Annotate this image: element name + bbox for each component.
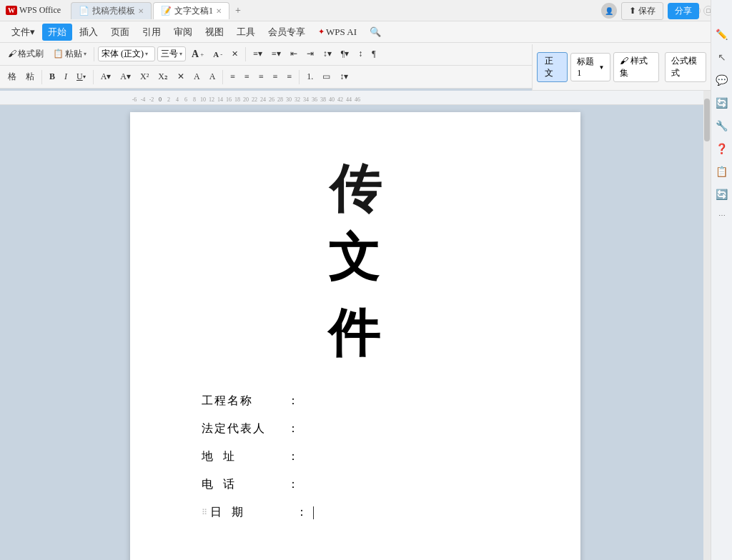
- app-logo: W WPS Office: [6, 5, 61, 16]
- formula-mode-btn[interactable]: 公式模式: [665, 52, 707, 82]
- paragraph-btn[interactable]: ¶▾: [337, 47, 352, 61]
- menu-tools[interactable]: 工具: [231, 24, 261, 41]
- sidebar-more-icon[interactable]: ⋯: [718, 211, 726, 219]
- highlight-btn[interactable]: ✕: [174, 70, 188, 84]
- share-label: 分享: [675, 5, 692, 17]
- sidebar-sync-icon[interactable]: 🔄: [713, 94, 731, 111]
- list-btn2[interactable]: ≡▾: [268, 47, 285, 61]
- titlebar: W WPS Office 📄 找稿壳模板 ✕ 📝 文字文稿1 ✕ + 👤 ⬆ 保…: [0, 0, 732, 21]
- align-right-btn[interactable]: ≡: [255, 70, 267, 84]
- menu-start[interactable]: 开始: [42, 24, 72, 41]
- style-clear-btn[interactable]: 格: [4, 69, 20, 84]
- page-container[interactable]: 传 文 件 工程名称 ： 法定代表人 ：: [0, 105, 711, 560]
- field-label-date: 日期: [210, 505, 296, 520]
- font-decrease-icon: A: [213, 50, 219, 59]
- distribute-icon: ≡: [287, 71, 292, 82]
- field-row-project: 工程名称 ：: [202, 394, 523, 409]
- ruler-mark: 40: [327, 96, 336, 103]
- char-shading-btn[interactable]: A: [190, 70, 204, 84]
- style-heading1-btn[interactable]: 标题 1 ▼: [570, 53, 610, 81]
- save-button[interactable]: ⬆ 保存: [621, 2, 663, 20]
- tab-template[interactable]: 📄 找稿壳模板 ✕: [71, 2, 152, 19]
- menu-insert[interactable]: 插入: [74, 24, 104, 41]
- field-label-legal-rep: 法定代表人: [202, 421, 287, 436]
- font-increase-btn[interactable]: A+: [188, 47, 207, 61]
- ruler-mark: -2: [147, 96, 156, 103]
- scrollbar[interactable]: [703, 91, 711, 560]
- italic-btn[interactable]: I: [61, 70, 71, 84]
- list-btn1[interactable]: ≡▾: [249, 47, 266, 61]
- template-tab-close[interactable]: ✕: [138, 7, 144, 15]
- sidebar-comment-icon[interactable]: 💬: [713, 71, 731, 89]
- strikethrough-btn[interactable]: A▾: [97, 70, 115, 84]
- styles-set-btn[interactable]: 🖌 样式集: [613, 52, 658, 82]
- menu-review[interactable]: 审阅: [168, 24, 198, 41]
- align-left-btn[interactable]: ≡: [227, 70, 239, 84]
- menu-ref[interactable]: 引用: [137, 24, 167, 41]
- align-justify-btn[interactable]: ≡: [269, 70, 282, 84]
- tab-doc1[interactable]: 📝 文字文稿1 ✕: [153, 2, 229, 19]
- ruler-mark: 4: [173, 96, 182, 103]
- sidebar-help-icon[interactable]: ❓: [713, 140, 731, 157]
- distribute-btn[interactable]: ≡: [283, 70, 295, 84]
- align-center-btn[interactable]: ≡: [241, 70, 253, 84]
- sidebar-refresh-icon[interactable]: 🔄: [713, 186, 731, 203]
- char-border-btn[interactable]: A: [206, 70, 219, 84]
- menu-search[interactable]: 🔍: [364, 24, 387, 40]
- search-icon: 🔍: [370, 26, 381, 37]
- sidebar-clipboard-icon[interactable]: 📋: [713, 163, 731, 180]
- share-button[interactable]: 分享: [668, 3, 699, 19]
- field-row-date: ⠿ 日期 ：: [202, 505, 523, 520]
- doc1-tab-close[interactable]: ✕: [216, 7, 222, 15]
- format-brush-btn[interactable]: 🖌 格式刷: [4, 46, 47, 61]
- field-label-address: 地址: [202, 449, 287, 464]
- menu-page-label: 页面: [111, 26, 129, 37]
- ruler-mark: 8: [190, 96, 199, 103]
- menu-wpsai[interactable]: ✦ WPS AI: [312, 24, 362, 40]
- field-value-date[interactable]: [313, 506, 314, 519]
- menu-page[interactable]: 页面: [105, 24, 135, 41]
- para-spacing-icon: ↕▾: [340, 71, 348, 82]
- subscript-btn[interactable]: X₂: [154, 70, 172, 84]
- style-normal-btn[interactable]: 正文: [537, 52, 568, 82]
- line-spacing-btn[interactable]: ↕▾: [320, 47, 335, 61]
- border-shading-btn[interactable]: ▭: [319, 70, 334, 84]
- sort-btn[interactable]: ↕: [355, 47, 366, 61]
- numbering-icon: 1.: [307, 71, 313, 82]
- bold-btn[interactable]: B: [46, 70, 59, 84]
- sidebar-cursor-icon[interactable]: ↖: [713, 49, 731, 66]
- indent-decrease-btn[interactable]: ⇤: [287, 47, 301, 61]
- content-area: -6 -4 -2 0 2 4 6 8 10 12 14 16 18 20 22 …: [0, 91, 711, 560]
- sidebar-tools-icon[interactable]: 🔧: [713, 117, 731, 134]
- align-justify-icon: ≡: [273, 71, 278, 82]
- menu-file[interactable]: 文件▾: [6, 24, 41, 41]
- para-spacing-btn[interactable]: ↕▾: [336, 70, 352, 84]
- font-family-selector[interactable]: 宋体 (正文) ▾: [98, 46, 155, 61]
- sort-icon: ↕: [358, 49, 362, 59]
- superscript-btn[interactable]: X²: [137, 70, 152, 84]
- ruler: -6 -4 -2 0 2 4 6 8 10 12 14 16 18 20 22 …: [0, 91, 711, 105]
- style-normal-label: 正文: [545, 56, 553, 78]
- align-right-icon: ≡: [259, 71, 264, 82]
- document-page[interactable]: 传 文 件 工程名称 ： 法定代表人 ：: [130, 112, 580, 560]
- font-size-selector[interactable]: 三号 ▾: [157, 46, 186, 61]
- font-size-value: 三号: [161, 48, 178, 60]
- scrollbar-thumb[interactable]: [704, 99, 710, 141]
- paste-special-btn[interactable]: 粘: [22, 69, 38, 84]
- menu-member[interactable]: 会员专享: [262, 24, 311, 41]
- font-clear-btn[interactable]: ✕: [228, 48, 242, 60]
- menu-view[interactable]: 视图: [199, 24, 229, 41]
- add-tab-btn[interactable]: +: [231, 4, 245, 18]
- font-color-btn[interactable]: A▾: [117, 70, 134, 84]
- ruler-mark: 0: [156, 96, 164, 103]
- numbering-btn[interactable]: 1.: [303, 70, 317, 84]
- paste-btn[interactable]: 📋 粘贴 ▾: [49, 46, 90, 61]
- underline-btn[interactable]: U▾: [73, 70, 89, 84]
- sidebar-pen-icon[interactable]: ✏️: [713, 26, 731, 43]
- doc1-tab-icon: 📝: [161, 6, 172, 16]
- field-row-legal-rep: 法定代表人 ：: [202, 421, 523, 436]
- font-decrease-btn[interactable]: A-: [209, 49, 226, 60]
- indent-increase-btn[interactable]: ⇥: [303, 47, 317, 61]
- document-fields: 工程名称 ： 法定代表人 ： 地址 ： 电话 ：: [202, 394, 523, 520]
- show-marks-btn[interactable]: ¶: [368, 47, 379, 61]
